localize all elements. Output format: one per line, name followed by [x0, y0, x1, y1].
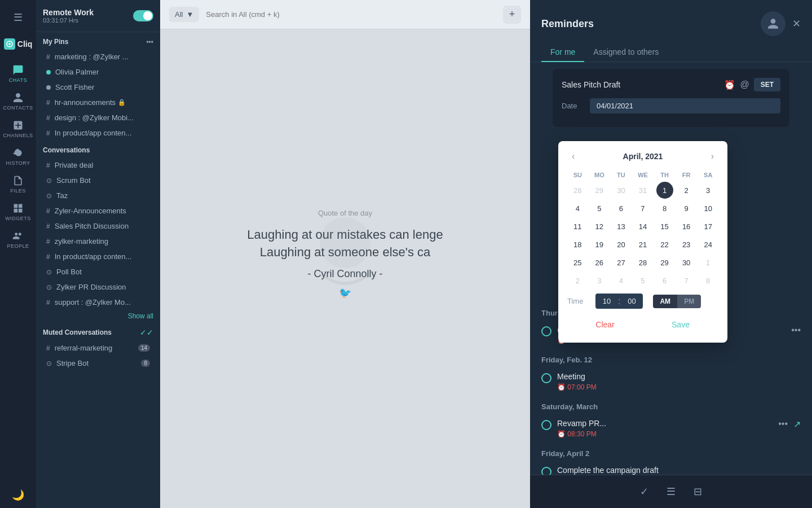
cal-day[interactable]: 6 [656, 272, 673, 289]
save-reminder-button[interactable]: Save [643, 316, 718, 334]
my-pins-more-button[interactable]: ••• [146, 38, 153, 46]
checklist-icon[interactable]: ✓ [637, 482, 652, 501]
cal-day[interactable]: 5 [634, 272, 651, 289]
cal-day[interactable]: 17 [700, 218, 717, 235]
cal-day[interactable]: 22 [656, 236, 673, 253]
time-hours-input[interactable] [595, 294, 618, 309]
reminder-link-icon[interactable]: ↗ [793, 419, 801, 430]
cal-day[interactable]: 29 [656, 254, 673, 271]
cal-day[interactable]: 23 [678, 236, 695, 253]
muted-item-referral[interactable]: # referral-marketing 14 [39, 341, 157, 355]
muted-item-stripe[interactable]: ⊙ Stripe Bot 8 [39, 356, 157, 370]
cal-day[interactable]: 18 [569, 236, 586, 253]
cal-day[interactable]: 16 [678, 218, 695, 235]
conv-item-private-deal[interactable]: # Private deal [39, 158, 157, 172]
cal-day[interactable]: 3 [700, 182, 717, 199]
reminder-complete-checkbox[interactable] [541, 373, 551, 383]
conv-item-zyler-announcements[interactable]: # Zyler-Announcements [39, 204, 157, 218]
cal-day[interactable]: 11 [569, 218, 586, 235]
cal-day[interactable]: 4 [569, 200, 586, 217]
close-reminders-button[interactable]: ✕ [792, 17, 801, 30]
calendar-next-button[interactable]: › [707, 150, 718, 163]
cal-day[interactable]: 19 [591, 236, 608, 253]
set-reminder-button[interactable]: SET [754, 78, 780, 91]
set-reminder-box: Sales Pitch Draft ⏰ @ SET Date 04/01/202… [553, 69, 789, 127]
cal-day[interactable]: 29 [591, 182, 608, 199]
pin-item-olivia[interactable]: Olivia Palmer [39, 65, 157, 79]
cal-day[interactable]: 13 [612, 218, 629, 235]
pin-item-product[interactable]: # In product/app conten... [39, 126, 157, 140]
conv-item-support[interactable]: # support : @Zylker Mo... [39, 295, 157, 309]
cal-day[interactable]: 30 [678, 254, 695, 271]
cal-day[interactable]: 2 [569, 272, 586, 289]
cal-day[interactable]: 20 [612, 236, 629, 253]
list-icon[interactable]: ☰ [663, 482, 679, 501]
cal-day[interactable]: 2 [678, 182, 695, 199]
pin-item-design[interactable]: # design : @Zylker Mobi... [39, 111, 157, 125]
pm-button[interactable]: PM [677, 295, 701, 308]
conv-item-sales-pitch[interactable]: # Sales Pitch Discussion [39, 219, 157, 233]
conv-item-scrum-bot[interactable]: ⊙ Scrum Bot [39, 173, 157, 187]
reminder-complete-checkbox[interactable] [541, 326, 551, 336]
sidebar-item-channels[interactable]: CHANNELS [2, 115, 34, 141]
sidebar-item-files[interactable]: FILES [2, 170, 34, 196]
cal-day[interactable]: 8 [700, 272, 717, 289]
hamburger-menu-button[interactable]: ☰ [9, 7, 27, 28]
cal-day[interactable]: 28 [569, 182, 586, 199]
cal-day[interactable]: 3 [591, 272, 608, 289]
sidebar-item-contacts[interactable]: CONTACTS [2, 87, 34, 113]
sidebar-item-widgets[interactable]: WIDGETS [2, 198, 34, 224]
theme-toggle-button[interactable]: 🌙 [5, 482, 31, 508]
time-minutes-input[interactable] [620, 294, 643, 309]
conv-item-poll-bot[interactable]: ⊙ Poll Bot [39, 265, 157, 279]
clear-date-button[interactable]: Clear [567, 316, 643, 334]
cal-day[interactable]: 15 [656, 218, 673, 235]
cal-day[interactable]: 24 [700, 236, 717, 253]
tab-assigned-to-others[interactable]: Assigned to others [584, 43, 668, 62]
pin-item-hr[interactable]: # hr-announcements 🔒 [39, 95, 157, 110]
sidebar-item-chats[interactable]: CHATS [2, 60, 34, 85]
tab-for-me[interactable]: For me [541, 43, 584, 62]
cal-day[interactable]: 5 [591, 200, 608, 217]
date-input[interactable]: 04/01/2021 [590, 98, 780, 113]
conv-item-zylker-marketing[interactable]: # zylker-marketing [39, 234, 157, 248]
calendar-prev-button[interactable]: ‹ [567, 150, 579, 163]
cal-day[interactable]: 21 [634, 236, 651, 253]
cal-day-selected[interactable]: 1 [656, 182, 673, 199]
cal-day[interactable]: 27 [612, 254, 629, 271]
conv-item-zylker-pr[interactable]: ⊙ Zylker PR Discussion [39, 280, 157, 294]
show-all-button[interactable]: Show all [36, 310, 160, 322]
calendar-nav: ‹ April, 2021 › [567, 150, 718, 163]
cal-day[interactable]: 30 [612, 182, 629, 199]
pin-item-scott[interactable]: Scott Fisher [39, 80, 157, 94]
cal-day[interactable]: 7 [678, 272, 695, 289]
sidebar-item-people[interactable]: PEOPLE [2, 226, 34, 251]
cal-day[interactable]: 6 [612, 200, 629, 217]
cal-day[interactable]: 31 [634, 182, 651, 199]
conv-item-inproduct[interactable]: # In product/app conten... [39, 249, 157, 264]
pin-item-label: marketing : @Zylker ... [55, 52, 129, 61]
search-input[interactable] [206, 10, 496, 19]
cal-day[interactable]: 7 [634, 200, 651, 217]
reminder-complete-checkbox[interactable] [541, 420, 551, 430]
new-chat-button[interactable]: + [503, 6, 521, 24]
sidebar-item-history[interactable]: HISTORY [2, 143, 34, 168]
cal-day[interactable]: 14 [634, 218, 651, 235]
cal-day[interactable]: 28 [634, 254, 651, 271]
cal-day[interactable]: 8 [656, 200, 673, 217]
reminder-more-button[interactable]: ••• [791, 325, 801, 335]
filter-icon[interactable]: ⊟ [690, 482, 705, 501]
cal-day[interactable]: 25 [569, 254, 586, 271]
reminder-more-button[interactable]: ••• [778, 419, 788, 429]
conv-item-taz[interactable]: ⊙ Taz [39, 189, 157, 203]
search-filter-dropdown[interactable]: All ▼ [169, 7, 199, 22]
cal-day[interactable]: 1 [700, 254, 717, 271]
cal-day[interactable]: 26 [591, 254, 608, 271]
cal-day[interactable]: 10 [700, 200, 717, 217]
workspace-toggle[interactable] [133, 10, 153, 21]
cal-day[interactable]: 12 [591, 218, 608, 235]
am-button[interactable]: AM [653, 295, 677, 308]
cal-day[interactable]: 9 [678, 200, 695, 217]
pin-item-marketing[interactable]: # marketing : @Zylker ... [39, 50, 157, 64]
cal-day[interactable]: 4 [612, 272, 629, 289]
